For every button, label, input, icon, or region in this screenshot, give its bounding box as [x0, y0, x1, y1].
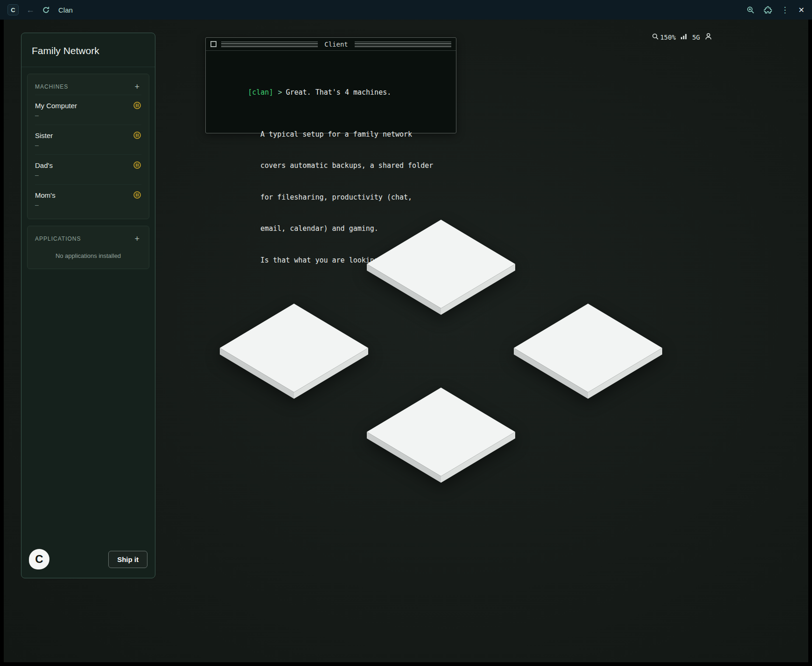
titlebar-lines — [355, 42, 451, 47]
terminal-title: Client — [322, 41, 350, 48]
back-icon[interactable]: ← — [26, 6, 35, 14]
machines-header: MACHINES — [35, 83, 68, 90]
clan-logo: C — [29, 549, 49, 569]
machine-row[interactable]: Sister – — [35, 125, 141, 154]
terminal-line: for filesharing, productivity (chat, — [214, 192, 448, 203]
machine-tile[interactable] — [366, 219, 516, 315]
clan-favicon: C — [7, 4, 19, 15]
machine-status-icon — [133, 191, 141, 199]
user-icon[interactable] — [705, 33, 712, 42]
clan-favicon-letter: C — [11, 7, 15, 14]
network-badge: 5G — [692, 34, 700, 41]
terminal-line: covers automatic backups, a shared folde… — [214, 160, 448, 171]
machine-row[interactable]: Mom's – — [35, 184, 141, 214]
window-control-icon[interactable] — [210, 41, 217, 47]
machine-row[interactable]: My Computer – — [35, 95, 141, 125]
machine-name: My Computer — [35, 102, 77, 110]
page-title: Family Network — [21, 33, 155, 67]
machine-status-icon — [133, 101, 141, 110]
add-machine-button[interactable]: + — [133, 82, 141, 92]
titlebar-lines — [221, 42, 318, 47]
applications-header: APPLICATIONS — [35, 236, 81, 242]
clan-logo-letter: C — [35, 553, 43, 566]
sidebar-footer: C Ship it — [21, 541, 155, 578]
machine-row[interactable]: Dad's – — [35, 154, 141, 184]
machine-subtitle: – — [35, 171, 141, 179]
ship-it-button[interactable]: Ship it — [108, 551, 147, 568]
machine-name: Mom's — [35, 191, 56, 199]
canvas-statusbar: 150% 5G — [652, 33, 712, 42]
machine-subtitle: – — [35, 201, 141, 208]
close-icon[interactable]: ✕ — [798, 6, 805, 14]
client-terminal-window[interactable]: Client [clan]>Great. That's 4 machines. … — [205, 37, 456, 133]
zoom-level-value: 150% — [660, 34, 676, 41]
terminal-prompt: [clan] — [248, 88, 273, 97]
signal-icon — [680, 33, 687, 42]
browser-menu-icon[interactable]: ⋮ — [781, 5, 789, 15]
machine-name: Sister — [35, 132, 53, 139]
zoom-level-icon[interactable] — [652, 33, 659, 42]
machine-tile[interactable] — [513, 303, 663, 399]
sidebar: Family Network MACHINES + My Computer – — [21, 33, 155, 578]
tab-title[interactable]: Clan — [58, 6, 73, 14]
machine-tile[interactable] — [219, 303, 369, 399]
extensions-icon[interactable] — [764, 6, 772, 14]
browser-topbar: C ← Clan ⋮ ✕ — [0, 0, 812, 20]
add-application-button[interactable]: + — [133, 234, 141, 244]
browser-zoom-icon[interactable] — [747, 6, 755, 14]
machine-status-icon — [133, 161, 141, 169]
machine-tile[interactable] — [366, 387, 516, 483]
applications-section: APPLICATIONS + No applications installed — [27, 226, 149, 269]
terminal-line: Great. That's 4 machines. — [286, 88, 391, 97]
machine-status-icon — [133, 131, 141, 139]
reload-icon[interactable] — [42, 6, 50, 14]
machine-name: Dad's — [35, 161, 53, 169]
terminal-prompt-arrow: > — [273, 88, 286, 97]
terminal-titlebar[interactable]: Client — [206, 38, 456, 51]
machine-subtitle: – — [35, 111, 141, 119]
machine-subtitle: – — [35, 141, 141, 149]
applications-empty-text: No applications installed — [35, 247, 141, 264]
app-canvas: 150% 5G Family Network MACHINES + — [4, 20, 808, 662]
terminal-line: A typical setup for a family network — [214, 129, 448, 140]
machines-section: MACHINES + My Computer – Sister — [27, 74, 149, 219]
